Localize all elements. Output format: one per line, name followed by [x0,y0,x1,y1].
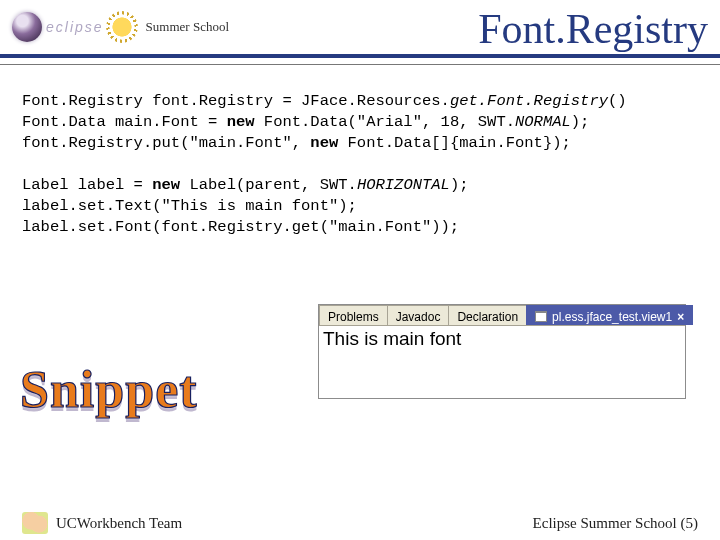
eclipse-ball-icon [12,12,42,42]
header-bar: eclipse Summer School Font.Registry [0,0,720,58]
footer-left-text: UCWorkbench Team [56,515,182,532]
footer: UCWorkbench Team Eclipse Summer School (… [0,512,720,534]
sun-icon [110,15,134,39]
code-keyword: new [152,176,180,194]
divider [0,64,720,65]
code-text: ); [450,176,469,194]
code-text: () [608,92,627,110]
code-keyword: new [310,134,338,152]
page-title: Font.Registry [478,5,708,53]
tab-declaration[interactable]: Declaration [448,305,527,325]
code-text: Font.Data("Arial", 18, SWT. [255,113,515,131]
tab-active-label: pl.ess.jface_test.view1 [552,310,672,324]
summer-school-label: Summer School [146,19,229,35]
code-text: Label(parent, SWT. [180,176,357,194]
code-text: label.set.Font(font.Registry.get("main.F… [22,218,459,236]
close-icon[interactable]: × [677,310,684,324]
view-tabstrip: Problems Javadoc Declaration pl.ess.jfac… [319,305,685,326]
team-icon [22,512,48,534]
tab-active-view[interactable]: pl.ess.jface_test.view1 × [526,305,693,325]
view-icon [535,311,547,322]
code-text: get.Font.Registry [450,92,608,110]
code-block: Font.Registry font.Registry = JFace.Reso… [22,91,720,237]
code-text: Font.Data main.Font = [22,113,227,131]
header-left: eclipse Summer School [12,12,229,42]
view-body: This is main font [319,326,685,398]
code-text: Font.Data[]{main.Font}); [338,134,571,152]
code-text: NORMAL [515,113,571,131]
footer-right-text: Eclipse Summer School (5) [533,515,698,532]
code-text: HORIZONTAL [357,176,450,194]
code-text: label.set.Text("This is main font"); [22,197,357,215]
eclipse-text: eclipse [46,19,104,35]
code-text: Font.Registry font.Registry = JFace.Reso… [22,92,450,110]
code-text: Label label = [22,176,152,194]
code-keyword: new [227,113,255,131]
tab-javadoc[interactable]: Javadoc [387,305,450,325]
eclipse-logo: eclipse [12,12,104,42]
snippet-wordart: Snippet [20,360,198,419]
footer-left: UCWorkbench Team [22,512,182,534]
eclipse-view-panel: Problems Javadoc Declaration pl.ess.jfac… [318,304,686,399]
code-text: ); [571,113,590,131]
code-text: font.Registry.put("main.Font", [22,134,310,152]
tab-problems[interactable]: Problems [319,305,388,325]
